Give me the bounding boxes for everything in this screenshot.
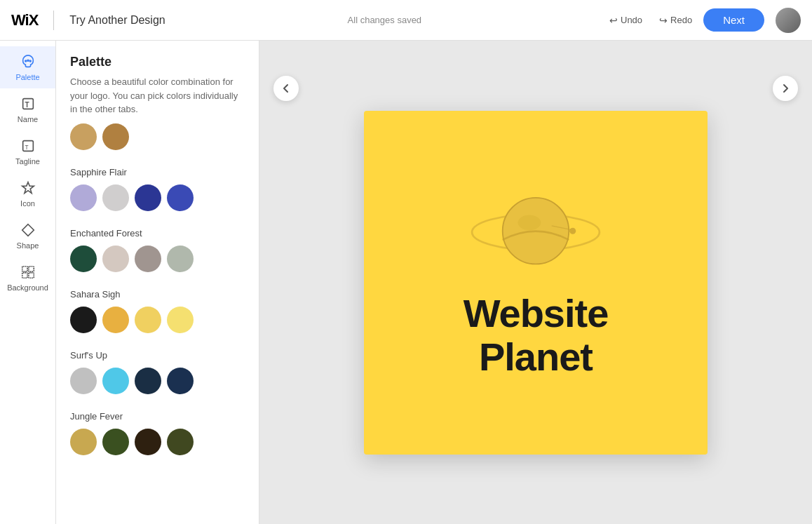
color-swatches-sapphire: [70, 184, 245, 211]
next-arrow[interactable]: [773, 76, 798, 101]
sidebar-item-name[interactable]: T Name: [0, 88, 55, 130]
swatch-surfs-3[interactable]: [135, 368, 161, 394]
swatch-surfs-4[interactable]: [167, 368, 194, 394]
logo-area: WiX Try Another Design: [11, 11, 165, 30]
swatch-sahara-3[interactable]: [135, 307, 161, 333]
prev-arrow[interactable]: [273, 76, 299, 101]
swatch-jungle-3[interactable]: [135, 429, 161, 455]
sidebar-item-shape[interactable]: Shape: [0, 215, 55, 257]
palette-name-surfs: Surf's Up: [70, 350, 245, 361]
swatch-sahara-1[interactable]: [70, 307, 97, 333]
sidebar-item-background[interactable]: Background: [0, 257, 55, 299]
swatch-surfs-1[interactable]: [70, 368, 97, 394]
sidebar-palette-label: Palette: [15, 73, 39, 81]
palette-group-surfs: Surf's Up: [70, 350, 245, 394]
color-swatches-top: [70, 123, 245, 150]
svg-point-0: [27, 60, 29, 61]
swatch-sahara-4[interactable]: [167, 307, 194, 333]
svg-marker-8: [22, 224, 34, 236]
logo-text: Website Planet: [463, 292, 609, 378]
swatch[interactable]: [102, 123, 129, 150]
swatch-sapphire-3[interactable]: [135, 184, 161, 211]
header-divider: [53, 11, 54, 30]
panel-description: Choose a beautiful color combination for…: [70, 75, 245, 116]
svg-marker-7: [22, 182, 34, 194]
panel-header: Palette Choose a beautiful color combina…: [56, 41, 259, 123]
swatch-jungle-4[interactable]: [167, 429, 194, 455]
svg-point-2: [29, 60, 31, 62]
swatch-sapphire-2[interactable]: [102, 184, 129, 211]
redo-button[interactable]: ↪ Redo: [654, 11, 698, 30]
swatch-enchanted-1[interactable]: [70, 246, 97, 272]
sidebar-item-tagline[interactable]: T Tagline: [0, 130, 55, 173]
swatch-sahara-2[interactable]: [102, 307, 129, 333]
swatch-sapphire-1[interactable]: [70, 184, 97, 211]
header-center: All changes saved: [165, 15, 604, 25]
header-title: Try Another Design: [69, 14, 165, 27]
svg-rect-10: [28, 267, 33, 271]
svg-rect-11: [22, 273, 27, 278]
background-icon: [20, 264, 36, 281]
sidebar-item-icon[interactable]: Icon: [0, 173, 55, 215]
main-layout: Palette T Name T Tagline: [0, 41, 812, 524]
undo-button[interactable]: ↩ Undo: [604, 11, 648, 30]
next-button[interactable]: Next: [703, 8, 764, 32]
swatch-sapphire-4[interactable]: [167, 184, 194, 211]
sidebar-icon-label: Icon: [20, 199, 35, 208]
color-swatches-enchanted: [70, 246, 245, 272]
sidebar: Palette T Name T Tagline: [0, 41, 56, 524]
swatch-enchanted-2[interactable]: [102, 246, 129, 272]
undo-icon: ↩: [609, 15, 618, 26]
palette-group-jungle: Jungle Fever: [70, 411, 245, 455]
logo-line1: Website: [463, 292, 609, 335]
sidebar-shape-label: Shape: [17, 241, 39, 250]
swatch-jungle-1[interactable]: [70, 429, 97, 455]
redo-icon: ↪: [659, 15, 668, 26]
panel-title: Palette: [70, 55, 245, 69]
palette-name-jungle: Jungle Fever: [70, 411, 245, 422]
sidebar-name-label: Name: [18, 115, 38, 123]
color-swatches-sahara: [70, 307, 245, 333]
palette-icon: [20, 53, 36, 70]
preview-area: Website Planet: [259, 41, 812, 524]
svg-text:T: T: [25, 101, 29, 109]
avatar-image: [776, 8, 801, 33]
icon-icon: [20, 180, 36, 196]
sidebar-tagline-label: Tagline: [15, 157, 40, 166]
palette-name-enchanted: Enchanted Forest: [70, 228, 245, 239]
palette-list[interactable]: Sapphire Flair Enchanted Forest: [56, 123, 259, 525]
redo-label: Redo: [670, 15, 692, 25]
palette-group-enchanted: Enchanted Forest: [70, 228, 245, 272]
undo-label: Undo: [621, 15, 642, 25]
tagline-icon: T: [20, 137, 36, 154]
palette-name-sahara: Sahara Sigh: [70, 289, 245, 300]
color-swatches-surfs: [70, 368, 245, 394]
swatch-enchanted-4[interactable]: [167, 246, 194, 272]
shape-icon: [20, 222, 36, 239]
svg-point-15: [518, 215, 541, 230]
logo-line2: Planet: [463, 335, 609, 379]
swatch[interactable]: [70, 123, 97, 150]
planet-illustration: [466, 187, 606, 278]
swatch-enchanted-3[interactable]: [135, 246, 161, 272]
avatar[interactable]: [776, 8, 801, 33]
sidebar-background-label: Background: [7, 283, 48, 292]
swatch-surfs-2[interactable]: [102, 368, 129, 394]
app-header: WiX Try Another Design All changes saved…: [0, 0, 812, 41]
svg-point-16: [569, 228, 576, 234]
logo-card: Website Planet: [364, 111, 708, 455]
svg-text:T: T: [25, 145, 28, 151]
palette-name-sapphire: Sapphire Flair: [70, 167, 245, 177]
header-actions: ↩ Undo ↪ Redo Next: [604, 8, 801, 33]
svg-rect-12: [28, 273, 33, 278]
palette-group-sahara: Sahara Sigh: [70, 289, 245, 333]
swatch-jungle-2[interactable]: [102, 429, 129, 455]
name-icon: T: [20, 95, 36, 112]
svg-point-1: [25, 60, 26, 62]
palette-group-top: [70, 123, 245, 150]
wix-logo: WiX: [11, 11, 38, 29]
color-swatches-jungle: [70, 429, 245, 455]
palette-panel: Palette Choose a beautiful color combina…: [56, 41, 259, 524]
sidebar-item-palette[interactable]: Palette: [0, 46, 55, 88]
palette-group-sapphire: Sapphire Flair: [70, 167, 245, 211]
